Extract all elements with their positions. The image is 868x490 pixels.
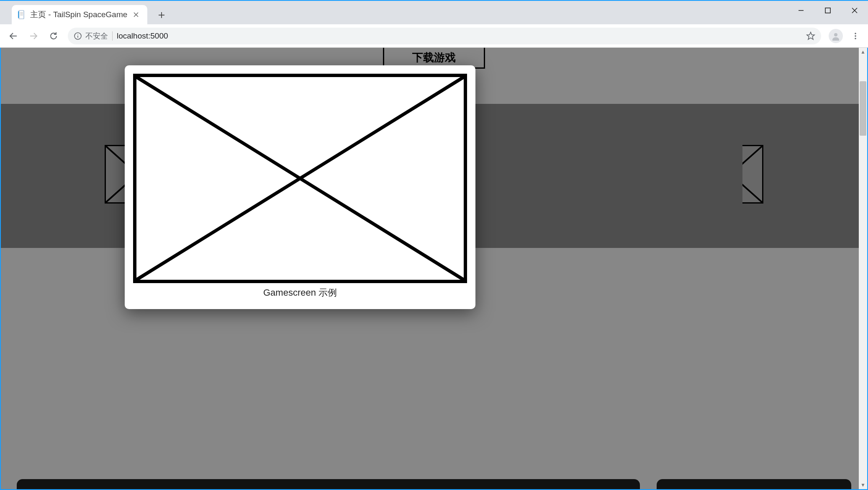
carousel-thumb-left[interactable] [105, 145, 126, 204]
svg-point-22 [855, 38, 856, 39]
window-maximize-button[interactable] [814, 1, 841, 20]
carousel-thumb-right[interactable] [742, 145, 763, 204]
window-controls [788, 1, 868, 20]
svg-rect-0 [19, 10, 24, 19]
browser-menu-button[interactable] [847, 28, 864, 44]
bookmark-star-icon[interactable] [806, 31, 815, 41]
scrollbar-up-icon[interactable]: ▲ [859, 48, 867, 56]
info-icon [74, 32, 82, 40]
svg-point-21 [855, 35, 856, 37]
address-bar[interactable]: 不安全 localhost:5000 [68, 28, 821, 44]
download-game-label: 下载游戏 [412, 50, 456, 65]
profile-avatar[interactable] [829, 29, 843, 43]
window-close-button[interactable] [841, 1, 868, 20]
vertical-scrollbar[interactable]: ▲ ▼ [859, 48, 867, 489]
bottom-cards-row [17, 479, 851, 490]
scrollbar-thumb[interactable] [860, 81, 866, 136]
security-label: 不安全 [85, 31, 108, 41]
svg-point-20 [855, 33, 856, 34]
window-minimize-button[interactable] [788, 1, 814, 20]
svg-marker-18 [807, 32, 814, 39]
nav-reload-button[interactable] [44, 27, 63, 45]
page-favicon-icon [18, 10, 26, 20]
screenshot-modal: Gamescreen 示例 [125, 65, 475, 309]
modal-caption: Gamescreen 示例 [133, 286, 467, 299]
omnibox-divider [112, 31, 113, 41]
scrollbar-down-icon[interactable]: ▼ [859, 481, 867, 489]
tab-close-button[interactable] [131, 10, 141, 19]
bottom-card[interactable] [17, 479, 640, 490]
url-text: localhost:5000 [117, 31, 168, 41]
svg-point-19 [834, 33, 837, 36]
new-tab-button[interactable] [153, 7, 170, 23]
svg-rect-10 [825, 8, 830, 13]
nav-back-button[interactable] [4, 27, 23, 45]
security-indicator[interactable]: 不安全 [74, 31, 108, 41]
browser-titlebar: 主页 - TailSpin SpaceGame [0, 0, 868, 24]
page-viewport: 下载游戏 ▲ ▼ Gamescreen 示例 [0, 48, 868, 490]
bottom-card[interactable] [657, 479, 851, 490]
svg-point-17 [77, 34, 78, 35]
placeholder-image-icon [133, 74, 467, 283]
tab-title: 主页 - TailSpin SpaceGame [30, 9, 127, 20]
nav-forward-button[interactable] [24, 27, 43, 45]
browser-tab-active[interactable]: 主页 - TailSpin SpaceGame [12, 5, 147, 24]
browser-toolbar: 不安全 localhost:5000 [0, 24, 868, 48]
svg-rect-1 [18, 11, 19, 18]
